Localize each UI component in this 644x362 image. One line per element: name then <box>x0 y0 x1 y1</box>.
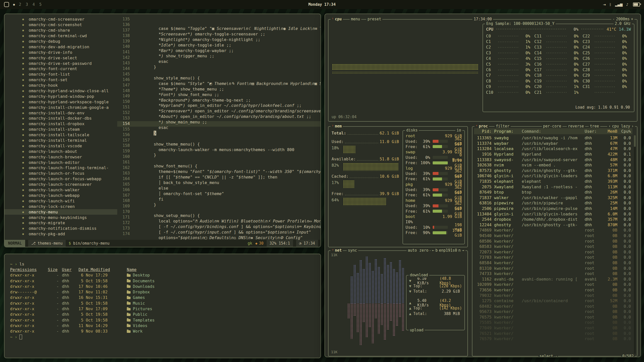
process-row[interactable]: 113374 waybar /usr/bin/waybar dhh 67M 0.… <box>474 141 632 146</box>
process-row[interactable]: 68584 kworker/ root 0B 0.0 <box>474 260 632 266</box>
code-line[interactable]: 143 <box>117 61 320 66</box>
process-row[interactable]: 95673 kworker/ root 0B 0.0 <box>474 309 632 314</box>
code-line[interactable]: 154 } <box>117 121 320 127</box>
pid-header[interactable]: Pid: <box>475 129 494 134</box>
directory-entry[interactable]: Dropbox <box>127 290 315 294</box>
omarchy-logo-icon[interactable] <box>4 2 9 7</box>
scrollbar[interactable] <box>634 135 636 354</box>
file-item[interactable]: ✱ omarchy-launch-editor <box>5 160 117 165</box>
process-row[interactable]: 1275 containe /usr/bin/containerd root 5… <box>474 298 632 304</box>
code-line[interactable]: 135 case $(menu "Toggle" "▣ Screensaver\… <box>117 17 320 22</box>
process-row[interactable]: 81310 kworker/ root 0B 0.0 <box>474 265 632 271</box>
file-item[interactable]: ✱ omarchy-launch-or-focus-webapp <box>5 176 117 182</box>
mem-header[interactable]: MemB <box>601 129 617 134</box>
workspace-button[interactable]: 3 <box>26 2 28 7</box>
file-item[interactable]: ✱ omarchy-launch-or-focus <box>5 171 117 176</box>
interface-selector[interactable]: ← b enp191s0 n → <box>431 248 465 253</box>
process-row[interactable]: 113383 swayosd- /usr/bin/swayosd-server … <box>474 157 632 162</box>
process-row[interactable]: 74869 kworker/ root 0B 0.0 <box>474 228 632 233</box>
tree-toggle[interactable]: tree <box>589 124 600 129</box>
workspace-active-dot[interactable]: ● <box>13 3 15 6</box>
file-item[interactable]: ✱ omarchy-launch-floating-terminal- <box>5 165 117 171</box>
file-item[interactable]: ✱ omarchy-launch-wifi <box>5 198 117 204</box>
process-row[interactable]: 73656 kworker/ root 0B 0.0 <box>474 287 632 293</box>
file-item[interactable]: ✱ omarchy-drive-select <box>5 55 117 61</box>
directory-entry[interactable]: Public <box>127 312 315 317</box>
sort-next-arrow[interactable]: › <box>631 124 634 129</box>
code-line[interactable]: 144 show_style_menu() { <box>117 66 320 72</box>
file-item[interactable]: ✱ omarchy-hook <box>5 83 117 88</box>
process-row[interactable]: 76579 kworker/ root 0B 0.0 <box>474 336 632 342</box>
preset-button[interactable]: preset <box>366 17 382 22</box>
zero-toggle[interactable]: zero <box>418 248 430 253</box>
process-row[interactable]: 71837 walker /usr/bin/walker --gappl dhh… <box>474 195 632 201</box>
cpu-header[interactable]: Cpu% <box>617 129 631 134</box>
process-row[interactable]: 79032 kworker/ root 0B 0.0 <box>474 293 632 298</box>
reverse-toggle[interactable]: reverse <box>567 124 585 129</box>
code-line[interactable]: 172 [ -f ~/.config/hypr/input.conf ] && … <box>117 220 320 226</box>
directory-entry[interactable]: Desktop <box>127 273 315 278</box>
workspace-button[interactable]: 5 <box>39 2 42 7</box>
code-line[interactable]: 169 show_setup_menu() { <box>117 204 320 209</box>
process-row[interactable]: 1162 avahi-da avahi-daemon: running [ av… <box>474 276 632 282</box>
code-line[interactable]: 148 *Background*) omarchy-theme-bg-next … <box>117 88 320 94</box>
process-row[interactable]: 94540 kworker/ root 0B 0.0 <box>474 233 632 239</box>
file-item[interactable]: ✱ omarchy-hyprland-window-close-all <box>5 88 117 94</box>
code-line[interactable]: 155 <box>117 127 320 132</box>
file-item[interactable]: ✱ omarchy-debug <box>5 39 117 44</box>
file-item[interactable]: ✱ omarchy-cmd-share <box>5 28 117 33</box>
file-item[interactable]: ✱ omarchy-menu <box>5 209 117 215</box>
process-row[interactable]: 12244 ghostty /usr/bin/ghostty --gtk- dh… <box>474 222 632 228</box>
io-toggle[interactable]: io <box>455 128 462 133</box>
directory-entry[interactable]: Games <box>127 295 315 300</box>
directory-entry[interactable]: Documents <box>127 279 315 283</box>
process-row[interactable]: 75585 kworker/ root 0B 0.0 <box>474 320 632 325</box>
code-line[interactable]: 151 *About*) open_in_editor ~/.config/om… <box>117 105 320 110</box>
process-row[interactable]: 113365 swaybg /usr/bin/swaybg -i /hom dh… <box>474 135 632 141</box>
sync-toggle[interactable]: sync <box>347 248 358 253</box>
file-item[interactable]: ✱ omarchy-install-steam <box>5 127 117 132</box>
user-header[interactable]: User: <box>585 129 601 134</box>
file-item[interactable]: ✱ omarchy-launch-screensaver <box>5 182 117 187</box>
file-item[interactable]: ✱ omarchy-install-docker-dbs <box>5 116 117 121</box>
per-core-toggle[interactable]: per-core <box>542 124 562 129</box>
directory-entry[interactable]: Templates <box>127 318 315 323</box>
file-item[interactable]: ✱ omarchy-launch-about <box>5 149 117 154</box>
code-line[interactable]: 161 theme=$(menu "Font" "$(omarchy-font-… <box>117 160 320 165</box>
process-row[interactable]: 74733 kworker/ root 0B 0.0 <box>474 271 632 277</box>
process-row[interactable]: 73703 kworker/ root 0B 0.0 <box>474 255 632 260</box>
menu-button[interactable]: menu <box>350 17 361 22</box>
file-item[interactable]: ✱ omarchy-launch-walker <box>5 187 117 193</box>
program-header[interactable]: Program: <box>494 129 522 134</box>
directory-entry[interactable]: Videos <box>127 323 315 328</box>
code-line[interactable]: 145 case $(menu "Style" "◩ Theme\n✎ Font… <box>117 72 320 77</box>
process-row[interactable]: 2544 dropbox /home/dhh/.dropbox-dist dhh… <box>474 217 632 222</box>
process-row[interactable]: 1916 Hyprland Hyprland dhh 422M 0.1 <box>474 152 632 157</box>
code-editor[interactable]: 135 case $(menu "Toggle" "▣ Screensaver\… <box>117 14 320 240</box>
prompt-line[interactable]: ~ › <box>10 334 315 340</box>
directory-entry[interactable]: Work <box>127 329 315 334</box>
next-interface-arrow[interactable]: → <box>462 248 464 253</box>
code-line[interactable]: 157 omarchy-launch-walker -m menus:omarc… <box>117 138 320 143</box>
process-row[interactable]: 68586 kworker/ root 0B 0.0 <box>474 238 632 244</box>
process-row[interactable]: 102099 kworker/ root 0B 0.0 <box>474 282 632 287</box>
process-row[interactable]: 76575 kworker/ root 0B 0.0 <box>474 314 632 320</box>
scrollbar-thumb[interactable] <box>634 135 636 147</box>
process-row[interactable]: 68583 kworker/ root 0B 0.0 <box>474 244 632 249</box>
sort-selector[interactable]: ‹ cpu lazy › <box>607 124 635 129</box>
volume-icon[interactable]: ♪ <box>626 3 628 7</box>
screencast-icon[interactable]: ⇥ <box>603 3 606 7</box>
process-row[interactable]: 77049 kworker/ root 0B 0.0 <box>474 325 632 331</box>
process-row[interactable]: 76521 kworker/ root 0B 0.0 <box>474 331 632 336</box>
file-item[interactable]: ✱ omarchy-install-chromium-google-a <box>5 105 117 110</box>
code-line[interactable]: 171 [ -f ~/.config/hypr/bindings.conf ] … <box>117 215 320 220</box>
filter-button[interactable]: filter <box>495 124 511 129</box>
terminal-window[interactable]: ~ › ls PermissionsSizeUserDate ModifiedN… <box>4 254 321 358</box>
file-item[interactable]: ✱ omarchy-hyprland-workspace-toggle <box>5 99 117 105</box>
directory-entry[interactable]: Music <box>127 301 315 306</box>
process-row[interactable]: 72073 kworker/ root 0B 0.0 <box>474 249 632 255</box>
process-row[interactable]: 2506 pipewire /usr/bin/pipewire-pulse dh… <box>474 206 632 211</box>
process-row[interactable]: 87649 btop btop dhh 26M 0.0 <box>474 190 632 195</box>
code-line[interactable]: 149 *Hyprland*) open_in_editor ~/.config… <box>117 94 320 99</box>
code-line[interactable]: 142 } <box>117 55 320 61</box>
